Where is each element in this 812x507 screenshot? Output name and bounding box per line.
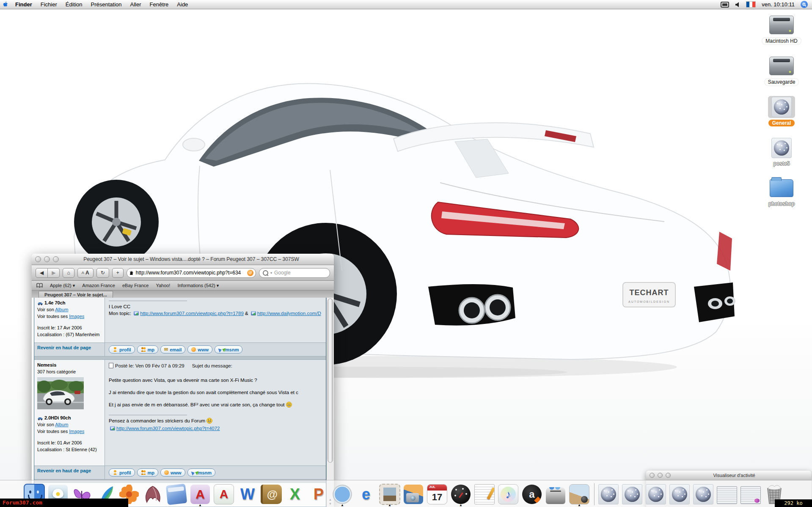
- network-volume-2-dock-icon[interactable]: [622, 482, 643, 506]
- mail-dock-icon[interactable]: ▲: [379, 482, 400, 506]
- close-button[interactable]: [35, 256, 41, 262]
- itunes-dock-icon[interactable]: ♪: [498, 482, 519, 506]
- textedit-dock-icon[interactable]: [474, 482, 495, 506]
- topic-link-2[interactable]: http://www.dailymotion.com/D: [257, 311, 321, 316]
- msnm-button[interactable]: msnm: [187, 469, 215, 477]
- bookmarks-book-icon[interactable]: [36, 283, 43, 288]
- menu-item-fenetre[interactable]: Fenêtre: [146, 0, 173, 9]
- window-title-bar[interactable]: Peugeot 307 – Voir le sujet – Windows vi…: [32, 254, 334, 265]
- network-volume-4-dock-icon[interactable]: [669, 482, 690, 506]
- profil-button[interactable]: profil: [109, 469, 135, 477]
- desktop-icon-sauvegarde[interactable]: Sauvegarde: [765, 55, 799, 85]
- forum-post-nemesis: Nemesis 307 hors catégorie: [34, 360, 326, 466]
- acrobat-reader-dock-icon[interactable]: A: [213, 482, 234, 506]
- forward-button[interactable]: ▶: [48, 268, 60, 278]
- menu-item-aide[interactable]: Aide: [173, 0, 192, 9]
- display-icon[interactable]: [721, 2, 729, 8]
- album-link[interactable]: Album: [55, 422, 68, 427]
- scrollbar-thumb[interactable]: [328, 299, 333, 463]
- menu-item-aller[interactable]: Aller: [126, 0, 146, 9]
- www-button[interactable]: www: [187, 345, 212, 354]
- search-options-arrow[interactable]: ▾: [270, 271, 272, 275]
- acrobat-pro-dock-icon[interactable]: A▲: [190, 482, 211, 506]
- volume-icon[interactable]: [735, 2, 740, 8]
- text-size-button[interactable]: A A: [77, 268, 94, 278]
- back-to-top-link[interactable]: Revenir en haut de page: [34, 466, 105, 479]
- microsoft-powerpoint-dock-icon[interactable]: P: [308, 482, 329, 506]
- snapback-icon[interactable]: ↺: [247, 270, 253, 276]
- activity-title-bar[interactable]: Visualiseur d'activité: [646, 471, 811, 480]
- zoom-button[interactable]: [53, 256, 59, 262]
- mp-button[interactable]: mp: [137, 469, 159, 477]
- add-bookmark-button[interactable]: +: [112, 268, 124, 278]
- back-button[interactable]: ◀: [36, 268, 48, 278]
- back-to-top-row-1: Revenir en haut de page profilmp✉emailww…: [34, 343, 326, 356]
- close-button[interactable]: [650, 473, 655, 478]
- network-volume-1-dock-icon[interactable]: [598, 482, 619, 506]
- desktop-icon-poste5[interactable]: poste5: [768, 137, 795, 167]
- signature-link[interactable]: http://www.forum307.com/viewtopic.php?t=…: [116, 426, 220, 431]
- minimized-window-1-dock-icon[interactable]: [716, 482, 738, 506]
- menu-item-presentation[interactable]: Présentation: [87, 0, 126, 9]
- network-volume-5-dock-icon[interactable]: [693, 482, 714, 506]
- vertical-scrollbar[interactable]: ▲▼: [326, 298, 334, 507]
- dashboard-dock-icon[interactable]: ▲: [450, 482, 471, 506]
- www-link-icon: [251, 311, 256, 315]
- url-field[interactable]: http://www.forum307.com/viewtopic.php?t=…: [127, 268, 256, 278]
- bookmark-item-4[interactable]: Informations (542) ▾: [177, 283, 219, 288]
- images-link[interactable]: Images: [69, 314, 84, 319]
- safari-window: Peugeot 307 – Voir le sujet – Windows vi…: [32, 254, 334, 507]
- desktop-icon-label: poste5: [773, 161, 790, 167]
- www-icon: [164, 470, 169, 475]
- iphoto-dock-icon[interactable]: [403, 482, 424, 506]
- mp-button[interactable]: mp: [137, 345, 159, 354]
- menu-clock[interactable]: ven. 10:10:11: [762, 1, 795, 8]
- audio-tool-dock-icon[interactable]: a: [521, 482, 542, 506]
- minimized-window-2-dock-icon[interactable]: [740, 482, 761, 506]
- topic-link-1[interactable]: http://www.forum307.com/viewtopic.php?t=…: [140, 311, 244, 316]
- bookmark-item-1[interactable]: Amazon France: [82, 283, 115, 288]
- bookmark-item-2[interactable]: eBay France: [122, 283, 149, 288]
- bookmark-item-0[interactable]: Apple (62) ▾: [50, 283, 75, 288]
- menu-item-fichier[interactable]: Fichier: [36, 0, 61, 9]
- minimize-button[interactable]: [44, 256, 50, 262]
- reload-button[interactable]: ↻: [96, 268, 109, 278]
- minimize-button[interactable]: [658, 473, 663, 478]
- keyboard-flag-fr[interactable]: [746, 1, 756, 8]
- desktop-icon-general[interactable]: General: [768, 96, 795, 126]
- back-to-top-link[interactable]: Revenir en haut de page: [34, 343, 105, 356]
- microsoft-excel-dock-icon[interactable]: X: [284, 482, 306, 506]
- scanner-app-dock-icon[interactable]: [166, 482, 187, 506]
- comic-photo-app-dock-icon[interactable]: ▲: [569, 482, 590, 506]
- menu-item-finder[interactable]: Finder: [11, 0, 36, 9]
- desktop-icon-macintosh-hd[interactable]: Macintosh HD: [762, 14, 801, 44]
- entourage-dock-icon[interactable]: @: [261, 482, 282, 506]
- folder-icon: [770, 179, 793, 197]
- msnm-button[interactable]: msnm: [215, 345, 242, 354]
- ical-dock-icon[interactable]: JUL17: [427, 482, 448, 506]
- profile-cell-1: 1.4e 70ch Voir son Album Voir toutes ses…: [34, 298, 105, 343]
- www-button[interactable]: www: [160, 469, 185, 477]
- mail2-icon: ✉: [164, 347, 168, 352]
- microsoft-word-dock-icon[interactable]: W: [237, 482, 258, 506]
- profil-button[interactable]: profil: [109, 345, 135, 354]
- menu-item-edition[interactable]: Édition: [61, 0, 87, 9]
- bookmark-item-3[interactable]: Yahoo!: [156, 283, 170, 288]
- album-link[interactable]: Album: [55, 307, 68, 312]
- images-link[interactable]: Images: [69, 429, 84, 434]
- home-button[interactable]: ⌂: [63, 268, 74, 278]
- toast-titanium-dock-icon[interactable]: [545, 482, 566, 506]
- search-field[interactable]: ▾ Google: [259, 268, 330, 278]
- msn-icon: [191, 470, 196, 475]
- safari-dock-icon[interactable]: ▲: [332, 482, 353, 506]
- desktop-icon-photoshop[interactable]: photoshop: [768, 177, 795, 207]
- spotlight-icon[interactable]: [801, 1, 808, 8]
- activity-window-title: Visualiseur d'activité: [670, 473, 798, 478]
- internet-explorer-dock-icon[interactable]: e: [355, 482, 377, 506]
- email-button[interactable]: ✉email: [160, 345, 185, 354]
- signature-separator: [109, 415, 187, 415]
- desktop-icon-label: Sauvegarde: [765, 79, 799, 85]
- shell-app-dock-icon[interactable]: [142, 482, 163, 506]
- apple-menu[interactable]: [0, 1, 11, 8]
- network-volume-3-dock-icon[interactable]: [645, 482, 666, 506]
